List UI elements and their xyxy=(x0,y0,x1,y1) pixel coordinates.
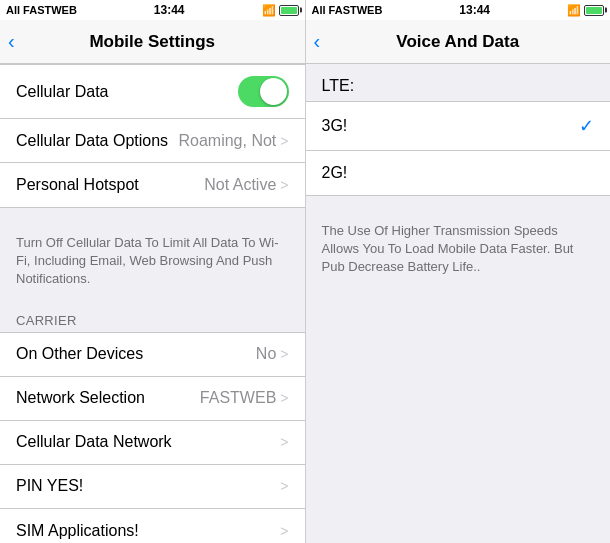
carrier-section-header: CARRIER xyxy=(0,305,305,332)
pin-yes-value: > xyxy=(280,478,288,494)
network-selection-label: Network Selection xyxy=(16,389,145,407)
main-panels: ‹ Mobile Settings Cellular Data Cellular… xyxy=(0,20,610,543)
battery-icon xyxy=(279,5,299,16)
cellular-data-network-label: Cellular Data Network xyxy=(16,433,172,451)
right-carrier: All FASTWEB xyxy=(312,4,383,16)
right-time: 13:44 xyxy=(459,3,490,17)
right-back-button[interactable]: ‹ xyxy=(314,30,321,53)
chevron-icon: > xyxy=(280,133,288,149)
left-carrier: All FASTWEB xyxy=(6,4,77,16)
right-icons: 📶 xyxy=(567,4,604,17)
on-other-devices-item[interactable]: On Other Devices No > xyxy=(0,333,305,377)
personal-hotspot-value: Not Active > xyxy=(204,176,288,194)
left-nav-bar: ‹ Mobile Settings xyxy=(0,20,305,64)
chevron-icon-6: > xyxy=(280,478,288,494)
sim-apps-item[interactable]: SIM Applications! > xyxy=(0,509,305,543)
toggle-knob xyxy=(260,78,287,105)
chevron-icon-3: > xyxy=(280,346,288,362)
left-nav-title: Mobile Settings xyxy=(0,32,305,52)
right-info-text: The Use Of Higher Transmission Speeds Al… xyxy=(306,214,611,293)
network-group: 3G! ✓ 2G! xyxy=(306,101,611,196)
on-other-devices-label: On Other Devices xyxy=(16,345,143,363)
cellular-data-item[interactable]: Cellular Data xyxy=(0,65,305,119)
right-nav-bar: ‹ Voice And Data xyxy=(306,20,611,64)
cellular-data-network-item[interactable]: Cellular Data Network > xyxy=(0,421,305,465)
network-selection-value: FASTWEB > xyxy=(200,389,289,407)
back-chevron-icon-right: ‹ xyxy=(314,30,321,53)
chevron-icon-7: > xyxy=(280,523,288,539)
sim-apps-value: > xyxy=(280,523,288,539)
network-3g-label: 3G! xyxy=(322,117,348,135)
personal-hotspot-label: Personal Hotspot xyxy=(16,176,139,194)
left-back-button[interactable]: ‹ xyxy=(8,30,15,53)
lte-label: LTE: xyxy=(306,64,611,101)
cellular-data-label: Cellular Data xyxy=(16,83,108,101)
checkmark-icon: ✓ xyxy=(579,115,594,137)
right-panel: ‹ Voice And Data LTE: 3G! ✓ 2G! The Use … xyxy=(306,20,611,543)
pin-yes-item[interactable]: PIN YES! > xyxy=(0,465,305,509)
cellular-data-network-value: > xyxy=(280,434,288,450)
chevron-icon-2: > xyxy=(280,177,288,193)
on-other-devices-value: No > xyxy=(256,345,289,363)
right-nav-title: Voice And Data xyxy=(306,32,611,52)
left-status-bar: All FASTWEB 13:44 📶 xyxy=(0,0,306,20)
chevron-icon-5: > xyxy=(280,434,288,450)
battery-icon-right xyxy=(584,5,604,16)
cellular-data-options-item[interactable]: Cellular Data Options Roaming, Not > xyxy=(0,119,305,163)
wifi-icon-right: 📶 xyxy=(567,4,581,17)
cellular-data-options-value: Roaming, Not > xyxy=(178,132,288,150)
left-panel: ‹ Mobile Settings Cellular Data Cellular… xyxy=(0,20,306,543)
status-bars: All FASTWEB 13:44 📶 All FASTWEB 13:44 📶 xyxy=(0,0,610,20)
back-chevron-icon: ‹ xyxy=(8,30,15,53)
sim-apps-label: SIM Applications! xyxy=(16,522,139,540)
carrier-group: On Other Devices No > Network Selection … xyxy=(0,332,305,543)
cellular-data-options-label: Cellular Data Options xyxy=(16,132,168,150)
left-time: 13:44 xyxy=(154,3,185,17)
left-icons: 📶 xyxy=(262,4,299,17)
network-3g-item[interactable]: 3G! ✓ xyxy=(306,102,611,151)
cellular-info-text: Turn Off Cellular Data To Limit All Data… xyxy=(0,226,305,305)
network-2g-item[interactable]: 2G! xyxy=(306,151,611,195)
chevron-icon-4: > xyxy=(280,390,288,406)
wifi-icon: 📶 xyxy=(262,4,276,17)
network-selection-item[interactable]: Network Selection FASTWEB > xyxy=(0,377,305,421)
network-2g-label: 2G! xyxy=(322,164,348,182)
personal-hotspot-item[interactable]: Personal Hotspot Not Active > xyxy=(0,163,305,207)
cellular-data-group: Cellular Data Cellular Data Options Roam… xyxy=(0,64,305,208)
pin-yes-label: PIN YES! xyxy=(16,477,83,495)
cellular-data-toggle[interactable] xyxy=(238,76,289,107)
right-status-bar: All FASTWEB 13:44 📶 xyxy=(306,0,611,20)
